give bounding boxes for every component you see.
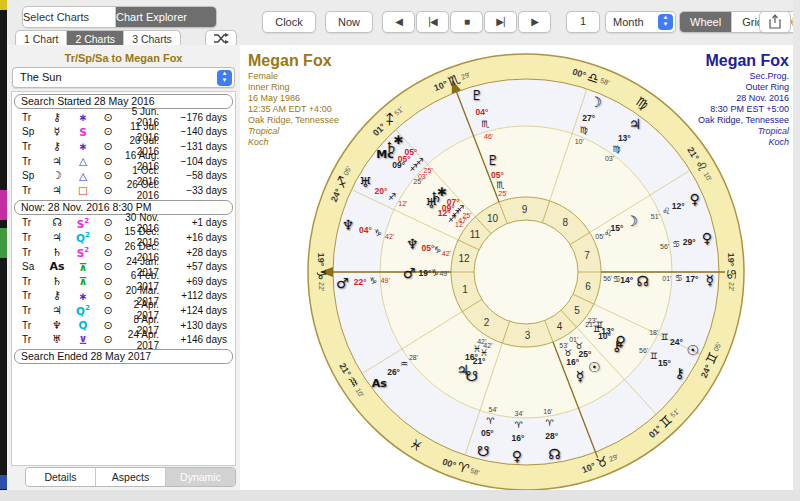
target-planet-glyph: ⊙: [96, 155, 120, 168]
outer-ring-planet-glyph: ♀: [690, 191, 700, 207]
outer-ring-planet-minute: 49': [381, 277, 390, 284]
outer-ring-planet-minute: 28': [409, 354, 418, 361]
stepper-icon[interactable]: ▲▼: [217, 70, 232, 86]
outer-ring-planet-minute: 25': [413, 178, 422, 185]
share-icon: [769, 14, 781, 29]
outer-ring-planet-glyph: ♀: [512, 448, 522, 464]
transit-type: Tr: [16, 290, 44, 301]
media-button-0[interactable]: ◀: [382, 11, 415, 33]
target-planet-glyph: ⊙: [96, 169, 120, 182]
outer-ring-planet-degree: 13°: [618, 133, 631, 143]
outer-ring-planet-minute: 56': [660, 243, 669, 250]
transit-planet-glyph: ⚷: [44, 111, 70, 124]
planet-selector[interactable]: The Sun ▲▼: [12, 67, 235, 88]
transit-planet-glyph: ♃: [44, 231, 70, 244]
outer-ring-planet-minute: 56': [639, 346, 648, 353]
cusp-label-house-1: 19°♑22': [314, 253, 329, 291]
outer-ring-planet-glyph: ♃: [629, 116, 642, 132]
aspect-glyph: Q: [70, 319, 96, 331]
stepper-icon[interactable]: ▲▼: [658, 14, 673, 30]
step-unit-select[interactable]: Month ▲▼: [605, 11, 676, 33]
aspect-glyph: S2: [70, 246, 96, 259]
transit-row[interactable]: Tr♃□⊙26 Oct. 2016−33 days: [12, 183, 235, 198]
house-number-2: 2: [484, 316, 490, 327]
house-number-4: 4: [557, 320, 563, 331]
outer-ring-planet-sign: ♌: [662, 206, 670, 216]
target-planet-glyph: ⊙: [96, 289, 120, 302]
outer-ring-planet-glyph: ♇: [471, 87, 484, 103]
transit-days-offset: −140 days: [169, 126, 231, 137]
house-number-7: 7: [584, 249, 590, 260]
outer-ring-planet-glyph: Mc: [376, 147, 393, 160]
inner-ring-planet-sign: ♏: [496, 180, 504, 190]
outer-ring-planet-sign: ♊: [650, 351, 658, 361]
outer-ring-planet-degree: 04°: [475, 107, 488, 117]
outer-ring-planet-degree: 24°: [670, 337, 683, 347]
step-value-input[interactable]: 1: [566, 11, 600, 33]
transit-planet-glyph: ☊: [44, 216, 70, 229]
transit-list[interactable]: Search Started 28 May 2016 Tr⚷∗⊙5 Jun. 2…: [11, 91, 236, 466]
transit-days-offset: +112 days: [169, 290, 231, 301]
inner-ring-planet-degree: 21°: [473, 356, 486, 366]
target-planet-glyph: ⊙: [96, 216, 120, 229]
inner-ring-planet-sign: ♌: [604, 228, 612, 238]
outer-ring-planet-glyph: ♆: [342, 217, 355, 233]
inner-date: 16 May 1986: [248, 93, 339, 104]
outer-ring-planet-sign: ♍: [580, 125, 588, 135]
outer-ring-planet-minute: 51': [651, 212, 660, 219]
sidebar-tab-dynamic[interactable]: Dynamic: [166, 468, 235, 486]
transit-type: Tr: [16, 141, 44, 152]
media-button-4[interactable]: ▶: [518, 11, 551, 33]
sidebar-tab-details[interactable]: Details: [26, 468, 96, 486]
outer-ring-planet-sign: ♊: [661, 332, 669, 342]
sidebar-title: Tr/Sp/Sa to Megan Fox: [7, 52, 240, 64]
inner-ring-info: Megan Fox Female Inner Ring 16 May 1986 …: [248, 51, 339, 148]
select-charts-button[interactable]: Select Charts: [23, 7, 116, 27]
transit-days-offset: −176 days: [169, 112, 231, 123]
outer-ring-planet-glyph: ☋: [477, 443, 489, 459]
chart-explorer-button[interactable]: Chart Explorer: [116, 7, 216, 27]
sidebar-tab-aspects[interactable]: Aspects: [96, 468, 166, 486]
house-number-10: 10: [487, 213, 498, 224]
transit-planet-glyph: ♄: [44, 275, 70, 288]
outer-ring-planet-glyph: ♀: [702, 230, 712, 246]
target-planet-glyph: ⊙: [96, 260, 120, 273]
transit-days-offset: −58 days: [169, 170, 231, 181]
house-number-3: 3: [525, 330, 531, 341]
outer-ring-planet-degree: 09°: [392, 160, 405, 170]
media-button-1[interactable]: |◀: [416, 11, 449, 33]
outer-ring-planet-sign: ♋: [672, 239, 680, 249]
transit-days-offset: +130 days: [169, 320, 231, 331]
aspect-glyph: □: [70, 184, 96, 196]
outer-ring-planet-minute: 12': [398, 200, 407, 207]
transit-days-offset: −104 days: [169, 156, 231, 167]
toolbar: Select Charts Chart Explorer 1 Chart2 Ch…: [7, 0, 793, 46]
transit-days-offset: +57 days: [169, 261, 231, 272]
inner-houses: Koch: [248, 137, 339, 148]
transit-date: 24 Apr. 2017: [120, 329, 169, 351]
outer-zodiac: Tropical: [698, 126, 789, 137]
media-button-2[interactable]: ■: [450, 11, 483, 33]
inner-ring-planet-minute: 12': [455, 220, 464, 227]
transit-days-offset: +28 days: [169, 247, 231, 258]
share-button[interactable]: [759, 11, 791, 33]
inner-ring-planet-sign: ♉: [575, 341, 583, 351]
view-tab-wheel[interactable]: Wheel: [680, 12, 732, 32]
inner-ring-planet-minute: 56': [603, 275, 612, 282]
aspect-glyph: ∗: [70, 290, 96, 302]
search-ended-label: Search Ended 28 May 2017: [14, 349, 233, 364]
transit-row[interactable]: Tr♅⊻⊙24 Apr. 2017+146 days: [12, 332, 235, 347]
now-button[interactable]: Now: [325, 11, 373, 33]
media-button-3[interactable]: ▶|: [484, 11, 517, 33]
transit-type: Tr: [16, 185, 44, 196]
transit-days-offset: −33 days: [169, 185, 231, 196]
inner-ring-planet-degree: 05°: [491, 170, 504, 180]
clock-button[interactable]: Clock: [262, 11, 316, 33]
target-planet-glyph: ⊙: [96, 125, 120, 138]
inner-ring-planet-glyph: ☊: [636, 273, 648, 289]
outer-ring-planet-minute: 18': [649, 328, 658, 335]
inner-ring-planet-glyph: ♀: [616, 333, 626, 349]
outer-ring-planet-minute: 42': [385, 233, 394, 240]
inner-ring-planet-glyph: ☉: [588, 359, 601, 375]
transit-planet-glyph: ☿: [44, 125, 70, 138]
